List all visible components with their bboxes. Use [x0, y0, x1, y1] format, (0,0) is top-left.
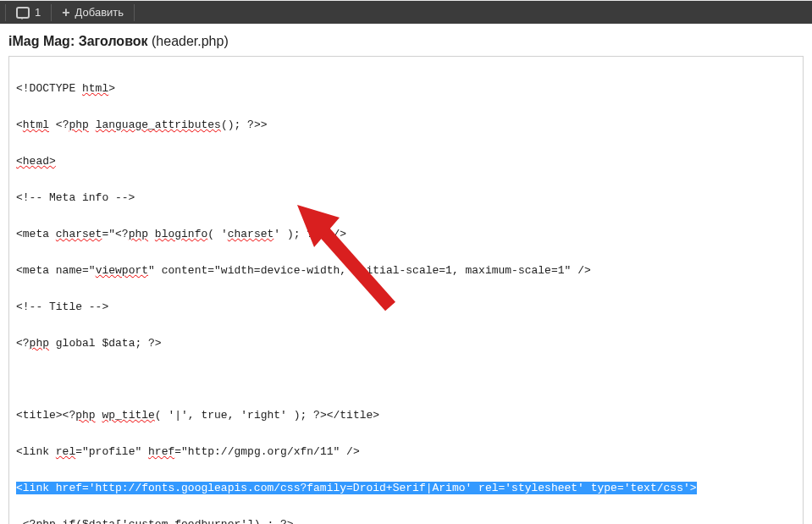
title-bold: iMag Mag: Заголовок: [8, 34, 148, 48]
add-button[interactable]: + Добавить: [53, 1, 132, 24]
page-title: iMag Mag: Заголовок (header.php): [0, 24, 812, 56]
topbar: 1 + Добавить: [0, 0, 812, 24]
code-editor[interactable]: <!DOCTYPE html> <html <?php language_att…: [8, 56, 804, 524]
add-label: Добавить: [75, 6, 124, 19]
comment-icon: [16, 7, 30, 19]
separator: [51, 4, 52, 21]
highlighted-line: <link href='http://fonts.googleapis.com/…: [16, 482, 697, 494]
plus-icon: +: [62, 6, 69, 19]
separator: [5, 4, 6, 21]
separator: [134, 4, 135, 21]
comments-button[interactable]: 1: [8, 1, 49, 24]
code-content[interactable]: <!DOCTYPE html> <html <?php language_att…: [9, 57, 803, 524]
title-file: (header.php): [152, 34, 229, 48]
comments-count: 1: [35, 6, 41, 19]
